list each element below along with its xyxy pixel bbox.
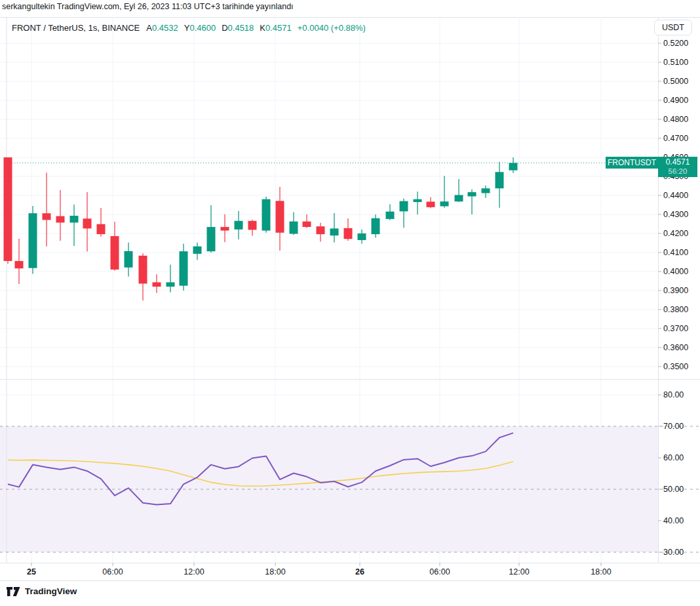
axis-price-label: 0.4571 56:20	[658, 157, 697, 177]
price-change: +0.0040 (+0.88%)	[298, 23, 366, 33]
current-price: 0.4571	[658, 157, 697, 167]
candle	[303, 222, 311, 227]
ohlc-item: A0.4532	[146, 23, 178, 33]
footer: TradingView	[7, 586, 77, 596]
candle	[207, 227, 216, 251]
candle	[221, 227, 229, 231]
candle	[4, 157, 12, 261]
axis-label: 0.4800	[663, 115, 688, 124]
candle	[139, 256, 147, 284]
candle	[248, 221, 257, 230]
candle	[29, 213, 37, 268]
candle	[290, 222, 298, 234]
time-axis-label: 06:00	[429, 567, 450, 576]
candle	[111, 236, 119, 270]
ohlc-item: D0.4518	[222, 23, 254, 33]
axis-label: 0.4000	[663, 267, 688, 276]
currency-button[interactable]: USDT	[654, 20, 692, 35]
candle	[125, 251, 133, 268]
axis-label: 0.3600	[663, 343, 688, 352]
axis-label: 40.00	[663, 516, 684, 525]
bar-countdown: 56:20	[658, 167, 697, 176]
candle	[193, 247, 202, 254]
candle	[358, 233, 366, 240]
candle	[166, 282, 175, 287]
axis-label: 30.00	[663, 548, 684, 557]
axis-label: 0.4100	[663, 248, 688, 257]
time-axis-label: 18:00	[591, 567, 611, 576]
candle	[262, 199, 271, 231]
candle	[317, 226, 325, 234]
candle	[386, 212, 395, 219]
chart-container: FRONT / TetherUS, 1s, BINANCEA0.4532Y0.4…	[0, 17, 700, 581]
axis-label: 0.5000	[663, 77, 688, 86]
published-chart-page: serkangultekin TradingView.com, Eyl 26, …	[0, 0, 700, 606]
candle	[344, 228, 353, 239]
candle	[153, 282, 161, 287]
candle	[43, 213, 51, 220]
axis-label: 70.00	[663, 422, 684, 431]
axis-label: 0.3700	[663, 324, 688, 333]
candle	[482, 188, 490, 193]
chart-legend: FRONT / TetherUS, 1s, BINANCEA0.4532Y0.4…	[12, 23, 366, 33]
tradingview-brand[interactable]: TradingView	[25, 586, 77, 596]
candle	[440, 201, 449, 206]
time-axis-label: 12:00	[509, 567, 529, 576]
axis-label: 0.3500	[663, 362, 688, 371]
ohlc-item: Y0.4600	[184, 23, 216, 33]
candle	[70, 216, 79, 222]
symbol-title[interactable]: FRONT / TetherUS, 1s, BINANCE	[12, 23, 140, 33]
candle	[15, 261, 24, 268]
ohlc-values: A0.4532Y0.4600D0.4518K0.4571	[146, 23, 297, 33]
price-line-symbol-label: FRONTUSDT	[606, 157, 658, 169]
tradingview-logo-icon[interactable]	[7, 587, 20, 596]
chart-canvas[interactable]	[0, 17, 700, 581]
candle	[83, 218, 92, 228]
time-axis-label: 25	[27, 567, 36, 576]
ohlc-item: K0.4571	[260, 23, 291, 33]
time-axis-label: 12:00	[184, 567, 204, 576]
time-axis-label: 26	[355, 567, 364, 576]
candle	[97, 224, 106, 234]
candle	[372, 218, 380, 234]
candle	[235, 221, 243, 230]
candle	[414, 199, 422, 202]
candle	[455, 195, 463, 201]
axis-label: 0.3800	[663, 305, 688, 314]
axis-label: 0.4700	[663, 134, 688, 143]
axis-label: 0.4300	[663, 210, 688, 219]
candle	[427, 202, 435, 207]
candle	[330, 228, 339, 235]
axis-label: 0.4900	[663, 96, 688, 105]
axis-label: 0.4400	[663, 191, 688, 200]
time-axis-label: 06:00	[102, 567, 123, 576]
candle	[468, 192, 476, 196]
time-axis[interactable]: 2506:0012:0018:002606:0012:0018:00	[0, 563, 700, 581]
axis-label: 0.4200	[663, 229, 688, 238]
attribution-text: serkangultekin TradingView.com, Eyl 26, …	[2, 2, 294, 11]
rsi-band	[0, 426, 658, 552]
axis-label: 50.00	[663, 485, 684, 494]
candle	[509, 163, 518, 170]
time-axis-label: 18:00	[265, 567, 285, 576]
candle	[400, 201, 408, 212]
candle	[276, 201, 284, 232]
axis-label: 0.5200	[663, 39, 688, 48]
candle	[180, 251, 188, 285]
axis-label: 80.00	[663, 390, 684, 399]
candle	[496, 172, 504, 188]
candle	[56, 216, 65, 223]
axis-label: 0.5100	[663, 58, 688, 67]
price-axis[interactable]: 0.52000.51000.50000.49000.48000.47000.46…	[658, 17, 700, 563]
axis-label: 60.00	[663, 453, 684, 462]
axis-label: 0.3900	[663, 286, 688, 295]
